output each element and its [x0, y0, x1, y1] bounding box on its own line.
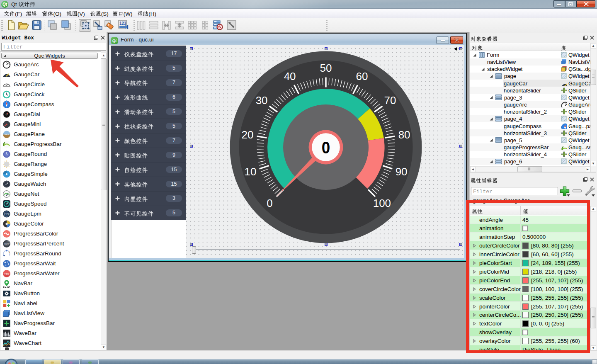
svg-text:30: 30 [256, 94, 268, 107]
svg-text:50: 50 [320, 61, 332, 74]
svg-text:60: 60 [356, 70, 368, 83]
svg-text:10: 10 [244, 165, 256, 178]
svg-text:0: 0 [267, 197, 272, 209]
svg-text:2.27: 2.27 [4, 213, 10, 216]
svg-text:80: 80 [398, 129, 410, 141]
svg-text:74%: 74% [4, 273, 9, 275]
svg-text:40: 40 [284, 70, 296, 83]
svg-text:123: 123 [119, 21, 126, 26]
svg-text:20: 20 [241, 129, 253, 141]
svg-text:100: 100 [373, 197, 391, 209]
svg-text:50%: 50% [4, 243, 9, 245]
svg-text:70: 70 [384, 94, 396, 107]
svg-text:90: 90 [396, 165, 408, 178]
svg-text:0: 0 [322, 138, 330, 157]
